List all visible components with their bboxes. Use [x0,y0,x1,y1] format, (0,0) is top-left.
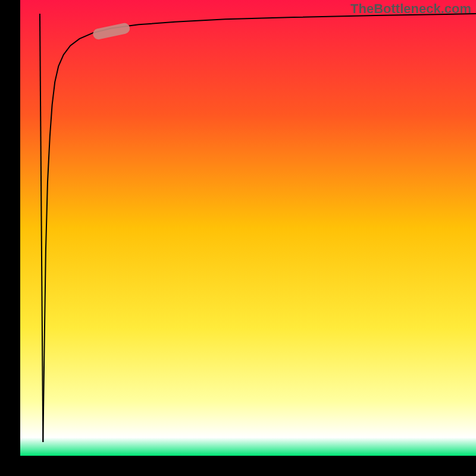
plot-background [20,0,476,456]
bottleneck-chart [0,0,476,476]
frame-bottom [0,456,476,476]
frame-left [0,0,20,476]
watermark-text: TheBottleneck.com [350,1,471,17]
